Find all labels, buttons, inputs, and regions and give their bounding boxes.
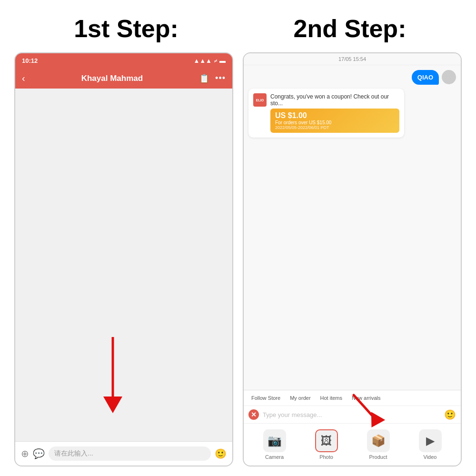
arrow-wrapper-1 bbox=[99, 337, 127, 415]
video-button[interactable]: ▶ Video bbox=[419, 429, 442, 460]
arrow-wrapper-2 bbox=[349, 390, 387, 430]
coupon-message: ELIO Congrats, you've won a coupon! Chec… bbox=[248, 89, 404, 138]
phone1-nav-icons: 📋 ••• bbox=[199, 73, 226, 84]
camera-button[interactable]: 📷 Camera bbox=[263, 429, 286, 460]
wifi-icon: ⌿ bbox=[214, 57, 218, 64]
coupon-amount: US $1.00 bbox=[275, 111, 395, 120]
photo-icon-circle: 🖼 bbox=[315, 429, 338, 452]
phone1-nav-title: Khayal Mahmad bbox=[81, 74, 143, 83]
signal-icon: ▲▲▲ bbox=[193, 57, 212, 64]
coupon-value-box: US $1.00 For orders over US $15.00 2022/… bbox=[270, 109, 399, 133]
phone1-mockup: 10:12 ▲▲▲ ⌿ ▬ ‹ Khayal Mahmad 📋 ••• bbox=[14, 52, 233, 466]
photo-label: Photo bbox=[319, 454, 333, 460]
coupon-date: 2022/05/05-2022/06/01 PDT bbox=[275, 125, 395, 130]
phone1-input-placeholder[interactable]: 请在此输入... bbox=[49, 446, 211, 461]
camera-label: Camera bbox=[265, 454, 284, 460]
phone2-status-bar: 17/05 15:54 bbox=[244, 53, 461, 65]
phone1-time: 10:12 bbox=[22, 57, 38, 64]
clipboard-icon[interactable]: 📋 bbox=[199, 73, 209, 84]
steps-header: 1st Step: 2nd Step: bbox=[14, 14, 462, 43]
coupon-congrats: Congrats, you've won a coupon! Check out… bbox=[270, 93, 399, 107]
svg-marker-3 bbox=[365, 412, 385, 428]
more-icon[interactable]: ••• bbox=[215, 73, 226, 83]
phone1-status-icons: ▲▲▲ ⌿ ▬ bbox=[193, 57, 226, 64]
back-icon[interactable]: ‹ bbox=[22, 73, 25, 84]
red-arrow-2 bbox=[349, 390, 387, 428]
phone1-status-bar: 10:12 ▲▲▲ ⌿ ▬ bbox=[15, 53, 232, 68]
step1-title: 1st Step: bbox=[14, 14, 238, 43]
tab-follow-store[interactable]: Follow Store bbox=[248, 393, 284, 403]
tab-hot-items[interactable]: Hot items bbox=[317, 393, 346, 403]
phone2-mockup: 17/05 15:54 QIAO ELIO Congrats, you've w… bbox=[243, 52, 462, 466]
coupon-text-block: Congrats, you've won a coupon! Check out… bbox=[270, 93, 399, 133]
phone2-bottom: Follow Store My order Hot items New arri… bbox=[244, 390, 461, 466]
plus-icon[interactable]: ⊕ bbox=[21, 448, 29, 459]
step2-title: 2nd Step: bbox=[238, 14, 462, 43]
main-container: 1st Step: 2nd Step: 10:12 ▲▲▲ ⌿ ▬ ‹ Khay… bbox=[0, 0, 476, 476]
sent-row: QIAO bbox=[248, 70, 456, 85]
phone2-media-row: 📷 Camera 🖼 Photo 📦 Product ▶ Video bbox=[244, 424, 461, 466]
product-button[interactable]: 📦 Product bbox=[367, 429, 390, 460]
coupon-condition: For orders over US $15.00 bbox=[275, 120, 395, 125]
video-icon-circle: ▶ bbox=[419, 429, 442, 452]
steps-content: 10:12 ▲▲▲ ⌿ ▬ ‹ Khayal Mahmad 📋 ••• bbox=[14, 52, 462, 466]
emoji-icon[interactable]: 🙂 bbox=[215, 448, 227, 459]
product-label: Product bbox=[369, 454, 387, 460]
video-label: Video bbox=[424, 454, 437, 460]
svg-marker-1 bbox=[103, 397, 122, 413]
phone2-chat-area: QIAO ELIO Congrats, you've won a coupon!… bbox=[244, 65, 461, 390]
phone1-chat-area bbox=[15, 89, 232, 441]
sender-avatar bbox=[442, 70, 456, 84]
phone1-input-area: ⊕ 💬 请在此输入... 🙂 bbox=[15, 441, 232, 466]
phone2-timestamp: 17/05 15:54 bbox=[338, 56, 366, 62]
coupon-store-icon: ELIO bbox=[253, 93, 267, 107]
coupon-icon-text: ELIO bbox=[256, 99, 264, 102]
tab-my-order[interactable]: My order bbox=[286, 393, 314, 403]
phone1-nav-bar: ‹ Khayal Mahmad 📋 ••• bbox=[15, 68, 232, 89]
emoji-button[interactable]: 🙂 bbox=[444, 409, 456, 420]
close-button[interactable]: ✕ bbox=[248, 409, 259, 420]
product-icon-circle: 📦 bbox=[367, 429, 390, 452]
sent-bubble: QIAO bbox=[412, 70, 439, 85]
battery-icon: ▬ bbox=[219, 57, 226, 64]
photo-button[interactable]: 🖼 Photo bbox=[315, 429, 338, 460]
bubble-icon[interactable]: 💬 bbox=[33, 448, 45, 459]
camera-icon-circle: 📷 bbox=[263, 429, 286, 452]
red-arrow-1 bbox=[99, 337, 127, 413]
